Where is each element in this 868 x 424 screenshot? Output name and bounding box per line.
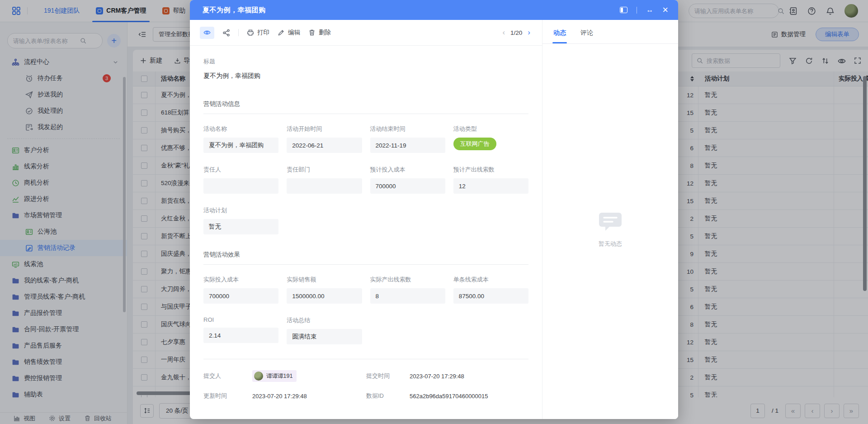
app-screen: 191创建团队 CRM客户管理 帮助: [0, 0, 868, 424]
update-time-value: 2023-07-20 17:29:48: [252, 393, 366, 400]
toolbar-divider: [238, 29, 239, 36]
record-detail-scroll[interactable]: 标题 夏不为例，幸福团购 营销活动信息 活动名称 夏不为例，幸福团购 活动开始时…: [190, 46, 542, 419]
next-record-button[interactable]: ›: [528, 28, 530, 37]
delete-button[interactable]: 删除: [308, 29, 331, 37]
field-expected-leads: 预计产出线索数 12: [453, 166, 528, 194]
field-value: 1500000.00: [287, 288, 362, 304]
empty-text: 暂无动态: [599, 240, 622, 248]
field-value: 700000: [203, 288, 278, 304]
detail-toolbar: 打印 编辑: [190, 20, 542, 46]
printer-icon: [247, 29, 255, 37]
field-value: 8: [370, 288, 445, 304]
field-actual-leads: 实际产出线索数 8: [370, 276, 445, 304]
tab-comments[interactable]: 评论: [580, 29, 593, 43]
pencil-icon: [278, 29, 285, 37]
submit-time-value: 2023-07-20 17:29:48: [410, 373, 528, 380]
close-icon[interactable]: ×: [662, 5, 668, 15]
field-row: 责任人 责任部门 预计投入成本 700000 预计产出线索数: [203, 166, 528, 194]
print-button[interactable]: 打印: [247, 29, 269, 37]
field-cost-per-lead: 单条线索成本 87500.00: [453, 276, 528, 304]
field-row: 活动计划 暂无: [203, 206, 528, 234]
modal-body: 打印 编辑: [190, 20, 678, 419]
field-expected-cost: 预计投入成本 700000: [370, 166, 445, 194]
modal-header-divider: [637, 7, 637, 14]
activity-pane: 动态 评论 暂无动态: [542, 20, 678, 419]
empty-bubble-icon: [596, 210, 624, 233]
field-value: 夏不为例，幸福团购: [203, 138, 278, 153]
submitter-tag[interactable]: 谭谭谭191: [252, 370, 297, 382]
field-actual-cost: 实际投入成本 700000: [203, 276, 278, 304]
modal-header: 夏不为例，幸福团购 ↔ ×: [190, 0, 678, 20]
field-owner: 责任人: [203, 166, 278, 194]
field-campaign-plan: 活动计划 暂无: [203, 206, 278, 234]
record-detail-modal: 夏不为例，幸福团购 ↔ ×: [190, 0, 678, 419]
record-meta: 提交人 谭谭谭191 提交时间 2023-07-20 17:29:48 更新时间…: [203, 370, 528, 400]
field-summary: 活动总结 圆满结束: [287, 316, 362, 344]
field-value: 2022-06-21: [287, 138, 362, 153]
section-title-campaign-info: 营销活动信息: [203, 100, 528, 114]
record-title-value: 夏不为例，幸福团购: [203, 72, 528, 80]
edit-button[interactable]: 编辑: [278, 29, 300, 37]
modal-header-actions: ↔ ×: [620, 5, 668, 15]
record-position-label: 1/20: [510, 29, 522, 36]
field-roi: ROI 2.14: [203, 316, 278, 344]
field-campaign-name: 活动名称 夏不为例，幸福团购: [203, 125, 278, 153]
field-actual-sales: 实际销售额 1500000.00: [287, 276, 362, 304]
data-id-value: 562a2b96da59170460000015: [410, 393, 528, 400]
field-value: 暂无: [203, 219, 278, 234]
field-value: 2.14: [203, 328, 278, 343]
toggle-side-panel-icon[interactable]: [620, 7, 627, 13]
meta-divider: [203, 359, 528, 359]
field-row: ROI 2.14 活动总结 圆满结束: [203, 316, 528, 344]
campaign-type-tag: 互联网广告: [453, 138, 496, 150]
field-value: 87500.00: [453, 288, 528, 304]
activity-tabs: 动态 评论: [542, 20, 678, 44]
share-icon[interactable]: [222, 29, 230, 37]
field-value: 700000: [370, 178, 445, 194]
field-value: [287, 178, 362, 194]
field-end-date: 活动结束时间 2022-11-19: [370, 125, 445, 153]
field-value: 2022-11-19: [370, 138, 445, 153]
field-value: 12: [453, 178, 528, 194]
field-label: 标题: [203, 57, 528, 66]
prev-record-button[interactable]: ‹: [502, 28, 505, 37]
preview-mode-button[interactable]: [200, 27, 214, 39]
activity-empty-state: 暂无动态: [542, 210, 678, 248]
field-campaign-type: 活动类型 互联网广告: [453, 125, 528, 153]
section-title-campaign-effect: 营销活动效果: [203, 251, 528, 265]
field-department: 责任部门: [287, 166, 362, 194]
field-value: 圆满结束: [287, 329, 362, 344]
field-row: 实际投入成本 700000 实际销售额 1500000.00 实际产出线索数 8: [203, 276, 528, 304]
field-start-date: 活动开始时间 2022-06-21: [287, 125, 362, 153]
expand-icon[interactable]: ↔: [646, 6, 653, 14]
field-value: [203, 178, 278, 194]
record-pager: ‹ 1/20 ›: [502, 28, 530, 37]
record-detail-pane: 打印 编辑: [190, 20, 542, 419]
tab-activity[interactable]: 动态: [553, 29, 566, 43]
trash-icon: [308, 29, 316, 37]
submitter-avatar: [254, 372, 263, 381]
modal-title: 夏不为例，幸福团购: [203, 6, 266, 14]
field-row: 活动名称 夏不为例，幸福团购 活动开始时间 2022-06-21 活动结束时间 …: [203, 125, 528, 153]
